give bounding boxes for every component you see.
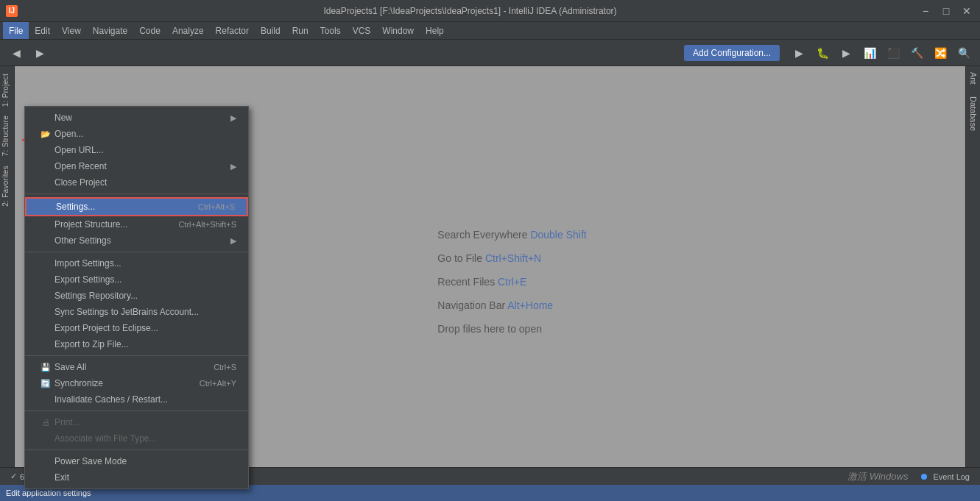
hint-navigation-bar: Navigation Bar Alt+Home [437,299,553,311]
menu-help[interactable]: Help [420,22,450,39]
hint-goto-file: Go to File Ctrl+Shift+N [437,252,541,264]
menu-item-settings[interactable]: Settings... Ctrl+Alt+S [25,197,248,216]
separator-5 [25,450,248,450]
menu-item-exit[interactable]: Exit [25,469,248,486]
sync-icon: 🔄 [37,379,54,388]
menu-item-invalidate-caches[interactable]: Invalidate Caches / Restart... [25,391,248,408]
menu-item-associate-file-type: Associate with File Type... [25,430,248,447]
back-button[interactable]: ◀ [6,43,27,63]
save-icon: 💾 [37,363,54,372]
windows-watermark: 激活 Windows [847,470,908,483]
hint-search-everywhere: Search Everywhere Double Shift [437,229,586,241]
close-button[interactable]: ✕ [959,4,974,18]
menu-navigate[interactable]: Navigate [87,22,133,39]
menu-file[interactable]: File [3,22,29,39]
menu-tools[interactable]: Tools [314,22,347,39]
menu-item-other-settings[interactable]: Other Settings ▶ [25,232,248,249]
todo-icon: ✓ [10,472,17,481]
app-icon: IJ [6,5,18,17]
sidebar-tab-project[interactable]: 1: Project [0,69,14,111]
separator-4 [25,411,248,411]
right-sidebar-tabs: Ant Database [965,66,980,467]
menu-vcs[interactable]: VCS [347,22,377,39]
window-title: IdeaProjects1 [F:\IdeaProjects\IdeaProje… [22,6,918,16]
menu-item-power-save-mode[interactable]: Power Save Mode [25,453,248,469]
menu-item-open-url[interactable]: Open URL... [25,142,248,158]
run-button[interactable]: ▶ [789,43,809,63]
menu-edit[interactable]: Edit [29,22,56,39]
menu-view[interactable]: View [56,22,87,39]
menu-build[interactable]: Build [255,22,286,39]
toolbar-right: Add Configuration... ▶ 🐛 ▶ 📊 ⬛ 🔨 🔀 🔍 [684,43,974,63]
menu-item-export-settings[interactable]: Export Settings... [25,271,248,288]
separator-2 [25,252,248,252]
menu-item-export-zip[interactable]: Export to Zip File... [25,336,248,352]
sidebar-tab-structure[interactable]: 7: Structure [0,111,14,160]
add-configuration-button[interactable]: Add Configuration... [684,45,780,61]
menu-item-settings-repository[interactable]: Settings Repository... [25,288,248,304]
hint-recent-files: Recent Files Ctrl+E [437,276,526,288]
tab-event-log[interactable]: Event Log [914,471,977,483]
separator-1 [25,193,248,194]
menu-item-import-settings[interactable]: Import Settings... [25,255,248,271]
menu-refactor[interactable]: Refactor [210,22,255,39]
menu-analyze[interactable]: Analyze [166,22,210,39]
right-tab-ant[interactable]: Ant [967,66,980,90]
menu-window[interactable]: Window [376,22,420,39]
menu-item-open[interactable]: 📂 Open... [25,126,248,142]
right-tab-database[interactable]: Database [967,90,980,137]
print-icon: 🖨 [37,418,54,427]
file-dropdown-menu: New ▶ 📂 Open... Open URL... Open Recent … [24,106,249,489]
left-sidebar-tabs: 1: Project 7: Structure 2: Favorites [0,66,15,467]
git-button[interactable]: 🔀 [930,43,951,63]
menu-item-save-all[interactable]: 💾 Save All Ctrl+S [25,359,248,375]
menu-run[interactable]: Run [286,22,314,39]
debug-button[interactable]: 🐛 [812,43,833,63]
separator-3 [25,355,248,356]
menu-item-synchronize[interactable]: 🔄 Synchronize Ctrl+Alt+Y [25,375,248,391]
hint-drop-files: Drop files here to open [437,323,542,335]
menu-item-sync-settings[interactable]: Sync Settings to JetBrains Account... [25,304,248,320]
menu-item-close-project[interactable]: Close Project [25,174,248,191]
menu-code[interactable]: Code [133,22,166,39]
sidebar-tab-favorites[interactable]: 2: Favorites [0,161,14,211]
window-controls: − □ ✕ [918,4,974,18]
menu-item-open-recent[interactable]: Open Recent ▶ [25,158,248,174]
build-button[interactable]: 🔨 [906,43,927,63]
profile-button[interactable]: 📊 [859,43,880,63]
open-icon: 📂 [37,129,54,139]
keyboard-shortcuts-hints: Search Everywhere Double Shift Go to Fil… [393,229,586,335]
menu-item-new[interactable]: New ▶ [25,110,248,126]
minimize-button[interactable]: − [918,4,933,18]
forward-button[interactable]: ▶ [29,43,50,63]
menu-item-print: 🖨 Print... [25,414,248,430]
menu-bar: File Edit View Navigate Code Analyze Ref… [0,22,980,40]
menu-item-project-structure[interactable]: Project Structure... Ctrl+Alt+Shift+S [25,216,248,232]
title-bar: IJ IdeaProjects1 [F:\IdeaProjects\IdeaPr… [0,0,980,22]
main-toolbar: ◀ ▶ Add Configuration... ▶ 🐛 ▶ 📊 ⬛ 🔨 🔀 🔍 [0,40,980,66]
run-coverage-button[interactable]: ▶ [836,43,856,63]
event-log-dot [921,472,930,481]
maximize-button[interactable]: □ [939,4,953,18]
search-everywhere-button[interactable]: 🔍 [953,43,974,63]
stop-button[interactable]: ⬛ [883,43,903,63]
menu-item-export-eclipse[interactable]: Export Project to Eclipse... [25,320,248,336]
status-bar-text: Edit application settings [6,488,91,497]
